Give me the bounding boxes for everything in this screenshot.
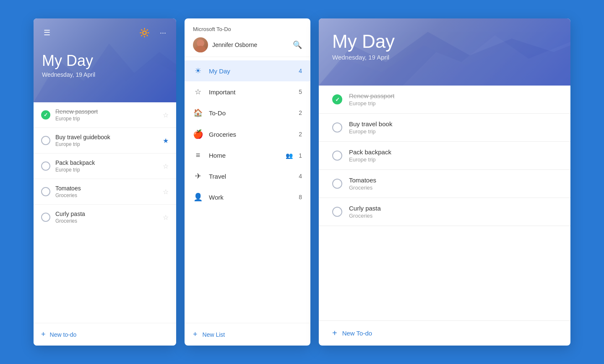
main-task-item[interactable]: Buy travel book Europe trip bbox=[319, 114, 570, 142]
main-task-name: Curly pasta bbox=[349, 205, 557, 212]
task-star-icon[interactable]: ☆ bbox=[163, 188, 169, 196]
sidebar-item-my-day[interactable]: ☀ My Day 4 bbox=[185, 60, 310, 81]
search-icon: 🔍 bbox=[293, 41, 302, 49]
main-task-list-name: Europe trip bbox=[349, 100, 557, 107]
sidebar-item-home[interactable]: ≡ Home 👥 1 bbox=[185, 145, 310, 166]
new-todo-label: New to-do bbox=[50, 331, 77, 338]
task-checkbox-completed[interactable] bbox=[41, 110, 50, 120]
task-list-name: Groceries bbox=[55, 192, 158, 198]
mobile-task-item[interactable]: Buy travel guidebook Europe trip ★ bbox=[34, 128, 176, 153]
task-list-name: Europe trip bbox=[55, 141, 158, 147]
mobile-task-item[interactable]: Pack backpack Europe trip ☆ bbox=[34, 153, 176, 179]
sidebar-user-row: Jennifer Osborne 🔍 bbox=[193, 37, 302, 52]
nav-label-groceries: Groceries bbox=[209, 131, 293, 138]
task-list-name: Groceries bbox=[55, 218, 158, 224]
nav-label-todo: To-Do bbox=[209, 109, 293, 117]
main-header: My Day Wednesday, 19 April bbox=[319, 18, 570, 86]
nav-label-my-day: My Day bbox=[209, 68, 293, 75]
main-task-checkbox[interactable] bbox=[332, 179, 342, 189]
sidebar-navigation: ☀ My Day 4 ☆ Important 5 🏠 To-Do 2 🍎 Gro… bbox=[185, 57, 310, 323]
mobile-task-item[interactable]: Curly pasta Groceries ☆ bbox=[34, 205, 176, 230]
svg-point-3 bbox=[195, 46, 206, 52]
nav-label-important: Important bbox=[209, 88, 293, 96]
main-task-name: Buy travel book bbox=[349, 120, 557, 127]
plus-icon: + bbox=[193, 330, 198, 339]
main-panel: My Day Wednesday, 19 April Renew passpor… bbox=[319, 18, 570, 346]
main-task-list-name: Groceries bbox=[349, 185, 557, 191]
main-task-checkbox[interactable] bbox=[332, 122, 342, 133]
mobile-header: ☰ 🔆 ··· My Day Wednesday, 19 April bbox=[34, 18, 176, 102]
plus-icon: + bbox=[41, 330, 46, 339]
main-task-list-name: Europe trip bbox=[349, 156, 557, 163]
sidebar-item-travel[interactable]: ✈ Travel 4 bbox=[185, 166, 310, 187]
task-text-block: Pack backpack Europe trip bbox=[55, 159, 158, 173]
page-wrapper: ☰ 🔆 ··· My Day Wednesday, 19 April bbox=[0, 0, 604, 364]
main-new-todo-button[interactable]: + New To-do bbox=[319, 320, 570, 346]
task-checkbox[interactable] bbox=[41, 136, 50, 145]
main-task-name: Pack backpack bbox=[349, 148, 557, 156]
main-task-item[interactable]: Renew passport Europe trip bbox=[319, 86, 570, 114]
app-title: Microsoft To-Do bbox=[193, 26, 302, 32]
mobile-task-item[interactable]: Renew passport Europe trip ☆ bbox=[34, 102, 176, 128]
apple-icon: 🍎 bbox=[193, 129, 203, 139]
user-avatar bbox=[193, 37, 208, 52]
main-task-item[interactable]: Curly pasta Groceries bbox=[319, 198, 570, 226]
sidebar-header: Microsoft To-Do Jennifer Osborne 🔍 bbox=[185, 18, 310, 57]
main-task-text-block: Curly pasta Groceries bbox=[349, 205, 557, 219]
task-name: Curly pasta bbox=[55, 211, 158, 217]
sidebar-panel: Microsoft To-Do Jennifer Osborne 🔍 bbox=[185, 18, 310, 346]
sidebar-item-todo[interactable]: 🏠 To-Do 2 bbox=[185, 102, 310, 123]
user-info: Jennifer Osborne bbox=[193, 37, 257, 52]
task-text-block: Renew passport Europe trip bbox=[55, 108, 158, 122]
plane-icon: ✈ bbox=[193, 172, 203, 181]
mobile-page-title: My Day bbox=[42, 52, 168, 70]
sidebar-item-important[interactable]: ☆ Important 5 bbox=[185, 81, 310, 102]
task-star-icon[interactable]: ★ bbox=[163, 137, 169, 145]
task-star-icon[interactable]: ☆ bbox=[163, 162, 169, 170]
new-list-button[interactable]: + New List bbox=[185, 323, 310, 346]
sun-icon: ☀ bbox=[193, 66, 203, 75]
mobile-task-item[interactable]: Tomatoes Groceries ☆ bbox=[34, 179, 176, 205]
nav-count-work: 8 bbox=[299, 194, 302, 200]
main-task-text-block: Buy travel book Europe trip bbox=[349, 120, 557, 135]
new-list-label: New List bbox=[203, 331, 225, 338]
task-checkbox[interactable] bbox=[41, 161, 50, 171]
main-task-list-name: Europe trip bbox=[349, 128, 557, 135]
home-icon: 🏠 bbox=[193, 108, 203, 117]
task-text-block: Tomatoes Groceries bbox=[55, 185, 158, 198]
task-checkbox[interactable] bbox=[41, 187, 50, 196]
task-list-name: Europe trip bbox=[55, 116, 158, 122]
task-star-icon[interactable]: ☆ bbox=[163, 213, 169, 221]
task-list-name: Europe trip bbox=[55, 167, 158, 173]
nav-label-travel: Travel bbox=[209, 173, 293, 180]
main-page-title: My Day bbox=[332, 31, 557, 52]
main-task-checkbox[interactable] bbox=[332, 151, 342, 161]
mobile-new-todo-button[interactable]: + New to-do bbox=[34, 323, 176, 346]
main-task-checkbox-completed[interactable] bbox=[332, 94, 342, 104]
main-task-name: Tomatoes bbox=[349, 177, 557, 184]
nav-label-work: Work bbox=[209, 194, 293, 201]
nav-count-groceries: 2 bbox=[299, 131, 302, 138]
task-star-icon[interactable]: ☆ bbox=[163, 111, 169, 119]
main-task-checkbox[interactable] bbox=[332, 207, 342, 217]
list-icon: ≡ bbox=[193, 151, 203, 160]
username-label: Jennifer Osborne bbox=[212, 42, 257, 48]
sidebar-item-groceries[interactable]: 🍎 Groceries 2 bbox=[185, 123, 310, 145]
plus-icon: + bbox=[332, 328, 337, 338]
task-name: Tomatoes bbox=[55, 185, 158, 192]
mobile-page-date: Wednesday, 19 April bbox=[42, 71, 168, 78]
new-todo-label: New To-do bbox=[342, 330, 372, 337]
star-icon: ☆ bbox=[193, 87, 203, 96]
task-checkbox[interactable] bbox=[41, 213, 50, 222]
task-name: Buy travel guidebook bbox=[55, 134, 158, 140]
main-task-list: Renew passport Europe trip Buy travel bo… bbox=[319, 86, 570, 320]
nav-count-travel: 4 bbox=[299, 173, 302, 179]
search-button[interactable]: 🔍 bbox=[293, 40, 302, 49]
mobile-task-list: Renew passport Europe trip ☆ Buy travel … bbox=[34, 102, 176, 323]
nav-count-todo: 2 bbox=[299, 109, 302, 116]
main-task-item[interactable]: Tomatoes Groceries bbox=[319, 170, 570, 198]
sidebar-item-work[interactable]: 👤 Work 8 bbox=[185, 187, 310, 208]
main-task-text-block: Pack backpack Europe trip bbox=[349, 148, 557, 163]
main-task-text-block: Tomatoes Groceries bbox=[349, 177, 557, 191]
main-task-item[interactable]: Pack backpack Europe trip bbox=[319, 142, 570, 170]
